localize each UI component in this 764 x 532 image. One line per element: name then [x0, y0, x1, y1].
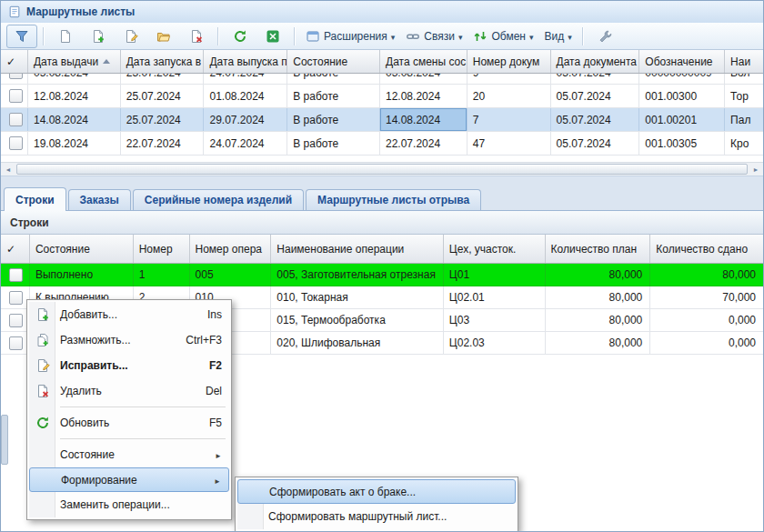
- table-cell[interactable]: Выполнено: [30, 264, 134, 286]
- edit-document-button[interactable]: [116, 25, 146, 48]
- column-header-sostoyanie[interactable]: Состояние: [287, 50, 380, 73]
- left-scrollbar-thumb[interactable]: [1, 415, 8, 465]
- column-header-oboznachenie[interactable]: Обозначение: [639, 50, 725, 73]
- table-row-selected[interactable]: 14.08.2024 25.07.2024 29.07.2024 В работ…: [1, 108, 763, 132]
- table-cell[interactable]: 80,000: [546, 332, 651, 354]
- table-cell[interactable]: 015, Термообработка: [271, 309, 444, 331]
- table-cell[interactable]: Ц02.01: [444, 286, 546, 308]
- exchange-menu-button[interactable]: Обмен: [468, 25, 538, 48]
- table-cell[interactable]: 0,000: [650, 309, 763, 331]
- table-cell-active[interactable]: 14.08.2024: [380, 108, 467, 131]
- table-cell[interactable]: 80,000: [546, 286, 651, 308]
- table-cell[interactable]: 005, Заготовительная отрезная: [271, 264, 444, 286]
- delete-document-button[interactable]: [181, 25, 212, 48]
- column-header-kolichestvo-plan[interactable]: Количество план: [546, 235, 651, 263]
- table-cell[interactable]: 24.07.2024: [204, 74, 287, 84]
- view-menu-button[interactable]: Вид: [540, 25, 577, 48]
- open-folder-button[interactable]: [148, 25, 179, 48]
- settings-wrench-button[interactable]: [589, 25, 620, 48]
- table-cell[interactable]: В работе: [287, 85, 380, 107]
- table-cell[interactable]: 01.08.2024: [204, 85, 287, 107]
- table-row[interactable]: 12.08.2024 25.07.2024 01.08.2024 В работ…: [1, 85, 763, 108]
- table-cell[interactable]: 25.07.2024: [121, 108, 205, 131]
- menu-item-sformirovat-marshrutnyj-list[interactable]: Сформировать маршрутный лист...: [237, 504, 516, 529]
- column-header-naimenovanie-operacii[interactable]: Наименование операции: [271, 235, 444, 263]
- row-checkbox[interactable]: [9, 113, 23, 126]
- table-cell[interactable]: 70,000: [650, 286, 763, 308]
- row-checkbox[interactable]: [9, 314, 23, 327]
- table-cell[interactable]: 19.08.2024: [28, 132, 121, 155]
- column-header-check[interactable]: ✓: [1, 235, 30, 263]
- table-cell[interactable]: 22.07.2024: [121, 132, 205, 155]
- top-grid-hscrollbar[interactable]: [1, 162, 763, 176]
- table-cell[interactable]: Кро: [725, 132, 763, 155]
- table-cell[interactable]: Ц01: [444, 264, 546, 286]
- column-header-naimenovanie[interactable]: Наи: [725, 50, 763, 73]
- table-cell[interactable]: 010, Токарная: [271, 286, 444, 308]
- column-header-data-zapuska[interactable]: Дата запуска в: [121, 50, 205, 73]
- table-cell[interactable]: В работе: [287, 108, 380, 131]
- scroll-left-button[interactable]: [1, 163, 15, 176]
- table-cell[interactable]: Пал: [725, 108, 763, 131]
- column-header-data-dokumenta[interactable]: Дата документа: [551, 50, 640, 73]
- refresh-button[interactable]: [225, 25, 256, 48]
- table-row-done[interactable]: Выполнено 1 005 005, Заготовительная отр…: [1, 264, 763, 286]
- tab-marshrutnye-listy-otryva[interactable]: Маршрутные листы отрыва: [306, 189, 481, 210]
- row-checkbox[interactable]: [9, 291, 23, 305]
- table-cell[interactable]: 22.07.2024: [380, 132, 467, 155]
- table-row[interactable]: 19.08.2024 22.07.2024 24.07.2024 В работ…: [1, 132, 763, 156]
- table-cell[interactable]: 14.08.2024: [28, 108, 121, 131]
- table-cell[interactable]: [1, 264, 30, 286]
- table-cell[interactable]: 23.07.2024: [121, 74, 205, 84]
- column-header-data-smeny[interactable]: Дата смены сос: [380, 50, 467, 73]
- column-header-kolichestvo-sdano[interactable]: Количество сдано: [650, 235, 763, 263]
- row-checkbox[interactable]: [9, 89, 23, 103]
- table-cell[interactable]: 7: [467, 108, 551, 131]
- extensions-menu-button[interactable]: Расширения: [301, 25, 399, 48]
- table-cell[interactable]: 29.07.2024: [204, 108, 287, 131]
- table-cell[interactable]: Ц02.03: [444, 332, 546, 354]
- table-cell[interactable]: 05.07.2024: [551, 85, 640, 107]
- table-cell[interactable]: 03.08.2024: [380, 74, 467, 84]
- table-cell[interactable]: Ц03: [444, 309, 546, 331]
- menu-item-sostoyanie[interactable]: Состояние: [29, 442, 229, 467]
- menu-item-obnovit[interactable]: Обновить F5: [29, 410, 229, 436]
- new-document-button[interactable]: [50, 25, 81, 48]
- column-header-data-vypuska[interactable]: Дата выпуска п: [204, 50, 287, 73]
- column-header-nomer[interactable]: Номер: [134, 235, 190, 263]
- column-header-check[interactable]: ✓: [1, 50, 28, 73]
- table-cell[interactable]: В работе: [287, 74, 380, 84]
- menu-item-dobavit[interactable]: Добавить... Ins: [29, 302, 229, 327]
- table-cell[interactable]: [1, 85, 28, 107]
- tab-stroki[interactable]: Строки: [4, 187, 66, 211]
- column-header-sostoyanie[interactable]: Состояние: [30, 235, 134, 263]
- table-cell[interactable]: 80,000: [650, 264, 763, 286]
- excel-export-button[interactable]: [257, 25, 288, 48]
- scroll-right-button[interactable]: [749, 163, 763, 176]
- column-header-data-vydachi[interactable]: Дата выдачи: [28, 50, 121, 73]
- table-cell[interactable]: 05.07.2024: [551, 108, 640, 131]
- filter-button[interactable]: [6, 25, 37, 48]
- table-cell[interactable]: [1, 132, 28, 155]
- row-checkbox[interactable]: [9, 136, 23, 150]
- scrollbar-thumb[interactable]: [16, 164, 748, 175]
- add-document-button[interactable]: [83, 25, 114, 48]
- table-cell[interactable]: 24.07.2024: [204, 132, 287, 155]
- table-cell[interactable]: 00000000009: [639, 74, 725, 84]
- table-cell[interactable]: 05.08.2024: [28, 74, 121, 84]
- row-checkbox[interactable]: [9, 74, 23, 79]
- column-header-ceh-uchastok[interactable]: Цех, участок.: [444, 235, 546, 263]
- table-cell[interactable]: 12.08.2024: [28, 85, 121, 107]
- table-cell[interactable]: 20: [467, 85, 551, 107]
- menu-item-ispravit[interactable]: Исправить... F2: [29, 353, 229, 378]
- table-cell[interactable]: 001.00201: [639, 108, 725, 131]
- table-cell[interactable]: 12.08.2024: [380, 85, 467, 107]
- menu-item-razmnozhit[interactable]: Размножить... Ctrl+F3: [29, 327, 229, 353]
- column-header-nomer-dokumenta[interactable]: Номер докум: [467, 50, 551, 73]
- table-cell[interactable]: 9: [467, 74, 551, 84]
- table-cell[interactable]: 03.07.2024: [551, 74, 640, 84]
- tab-serijnye-nomera-izdelij[interactable]: Серийные номера изделий: [133, 189, 304, 210]
- table-cell[interactable]: 1: [134, 264, 190, 286]
- table-cell[interactable]: Тор: [725, 85, 763, 107]
- table-cell[interactable]: В работе: [287, 132, 380, 155]
